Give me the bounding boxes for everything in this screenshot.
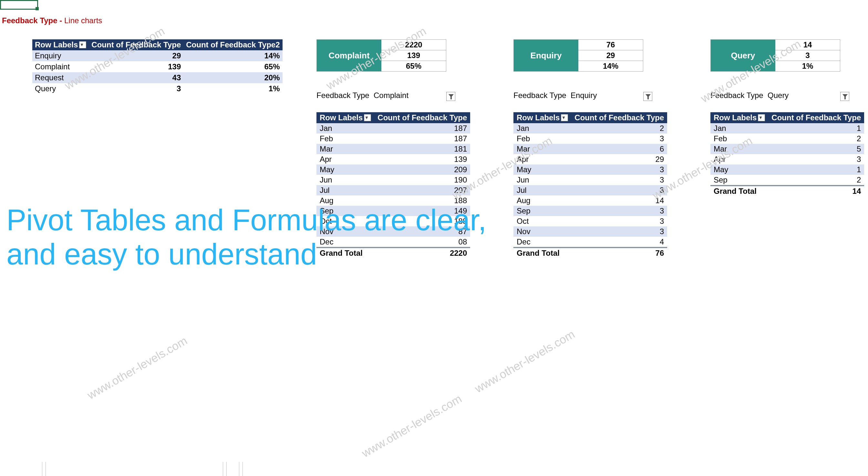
summary-cell[interactable]: Query [32,83,89,94]
pivot-cell[interactable]: 181 [374,144,470,154]
page-filter-header: Feedback Type - Line charts [2,16,102,25]
summary-cell[interactable]: 29 [89,50,183,61]
pivot-cell[interactable]: Nov [514,227,571,237]
col-count[interactable]: Count of Feedback Type [89,39,183,50]
sheet-tab[interactable] [223,462,227,476]
pivot-cell[interactable]: 87 [374,227,470,237]
grand-total-label[interactable]: Grand Total [710,186,768,197]
pivot-cell[interactable]: 3 [571,175,667,185]
pivot-cell[interactable]: Jun [514,175,571,185]
summary-cell[interactable]: 43 [89,72,183,83]
pivot-cell[interactable]: 209 [374,165,470,175]
pivot-cell[interactable]: 14 [571,196,667,206]
pivot-cell[interactable]: Mar [316,144,374,154]
pivot-cell[interactable]: 1 [768,165,864,175]
pivot-cell[interactable]: Aug [316,196,374,206]
grand-total-label[interactable]: Grand Total [316,248,374,259]
pivot-cell[interactable]: Dec [316,237,374,248]
pivot-cell[interactable]: 187 [374,123,470,134]
pivot-cell[interactable]: 3 [571,227,667,237]
pivot-cell[interactable]: Aug [514,196,571,206]
pivot-cell[interactable]: Sep [316,206,374,216]
summary-cell[interactable]: Complaint [32,61,89,72]
col-row-labels[interactable]: Row Labels [514,112,571,123]
summary-cell[interactable]: 20% [183,72,282,83]
summary-cell[interactable]: 14% [183,50,282,61]
selected-cell[interactable] [0,0,38,10]
pivot-cell[interactable]: 207 [374,185,470,196]
pivot-cell[interactable]: Jan [514,123,571,134]
pivot-cell[interactable]: Apr [316,154,374,165]
pivot-cell[interactable]: 3 [571,206,667,216]
pivot-cell[interactable]: 2 [768,175,864,186]
sheet-tab[interactable] [239,462,243,476]
pivot-cell[interactable]: 3 [571,134,667,144]
dropdown-icon[interactable] [79,41,86,48]
pivot-cell[interactable]: May [316,165,374,175]
sheet-tab[interactable] [42,462,46,476]
pivot-cell[interactable]: Oct [514,216,571,227]
pivot-cell[interactable]: 29 [571,154,667,165]
pivot-cell[interactable]: Jun [316,175,374,185]
pivot-cell[interactable]: Jul [514,185,571,196]
col-count[interactable]: Count of Feedback Type [374,112,470,123]
pivot-cell[interactable]: 188 [374,216,470,227]
pivot-cell[interactable]: 3 [571,216,667,227]
pivot-cell[interactable]: Dec [514,237,571,248]
summary-cell[interactable]: 139 [89,61,183,72]
pivot-cell[interactable]: Mar [710,144,768,154]
pivot-cell[interactable]: Apr [710,154,768,165]
grand-total-value[interactable]: 2220 [374,248,470,259]
grand-total-label[interactable]: Grand Total [514,248,571,259]
pivot-cell[interactable]: Sep [514,206,571,216]
pivot-cell[interactable]: Jan [316,123,374,134]
filter-icon[interactable] [840,92,849,101]
col-row-labels[interactable]: Row Labels [710,112,768,123]
pivot-cell[interactable]: 3 [571,185,667,196]
pivot-cell[interactable]: 188 [374,196,470,206]
pivot-cell[interactable]: 4 [571,237,667,248]
pivot-cell[interactable]: May [514,165,571,175]
pivot-cell[interactable]: Feb [514,134,571,144]
pivot-cell[interactable]: 1 [768,123,864,134]
pivot-cell[interactable]: Jan [710,123,768,134]
summary-cell[interactable]: Enquiry [32,50,89,61]
pivot-cell[interactable]: 3 [571,165,667,175]
summary-cell[interactable]: 1% [183,83,282,94]
summary-cell[interactable]: Request [32,72,89,83]
dropdown-icon[interactable] [561,114,568,121]
grand-total-value[interactable]: 14 [768,186,864,197]
grand-total-value[interactable]: 76 [571,248,667,259]
pivot-cell[interactable]: Oct [316,216,374,227]
pivot-cell[interactable]: 2 [768,134,864,144]
pivot-cell[interactable]: Sep [710,175,768,186]
pivot-cell[interactable]: 139 [374,154,470,165]
pivot-cell[interactable]: Feb [710,134,768,144]
tile-value: 1% [775,61,840,71]
pivot-cell[interactable]: 149 [374,206,470,216]
pivot-cell[interactable]: 190 [374,175,470,185]
pivot-cell[interactable]: 6 [571,144,667,154]
col-count2[interactable]: Count of Feedback Type2 [183,39,282,50]
col-count[interactable]: Count of Feedback Type [768,112,864,123]
pivot-cell[interactable]: Apr [514,154,571,165]
col-row-labels[interactable]: Row Labels [32,39,89,50]
pivot-cell[interactable]: 08 [374,237,470,248]
pivot-cell[interactable]: 2 [571,123,667,134]
summary-cell[interactable]: 3 [89,83,183,94]
summary-cell[interactable]: 65% [183,61,282,72]
pivot-cell[interactable]: May [710,165,768,175]
pivot-cell[interactable]: 187 [374,134,470,144]
dropdown-icon[interactable] [758,114,765,121]
pivot-cell[interactable]: Jul [316,185,374,196]
pivot-cell[interactable]: Feb [316,134,374,144]
pivot-cell[interactable]: Mar [514,144,571,154]
pivot-cell[interactable]: Nov [316,227,374,237]
filter-icon[interactable] [446,92,455,101]
pivot-cell[interactable]: 3 [768,154,864,165]
col-count[interactable]: Count of Feedback Type [571,112,667,123]
filter-icon[interactable] [643,92,652,101]
dropdown-icon[interactable] [364,114,371,121]
col-row-labels[interactable]: Row Labels [316,112,374,123]
pivot-cell[interactable]: 5 [768,144,864,154]
